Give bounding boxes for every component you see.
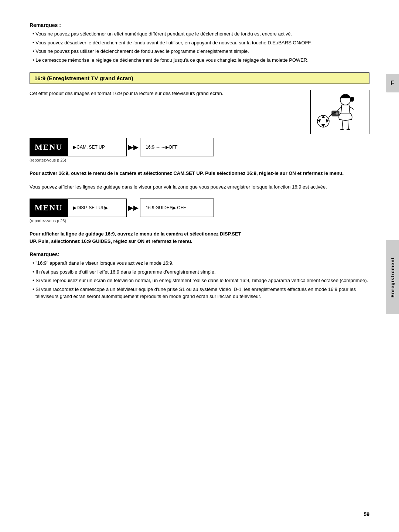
menu2-logo: MENU <box>30 199 68 217</box>
list-item: "16:9" apparaît dans le viseur lorsque v… <box>30 260 369 267</box>
remarques-bottom-title: Remarques: <box>30 251 369 257</box>
bold-para2: Pour afficher la ligne de guidage 16:9, … <box>30 230 369 246</box>
menu2-arrow: ▶▶ <box>127 199 140 217</box>
side-tab-enregistrement: Enregistrement <box>386 240 399 314</box>
bold-para2-line2: UP. Puis, sélectionnez 16:9 GUIDES, régl… <box>30 238 192 244</box>
menu2-section: MENU ▶DISP. SET UP▶ ▶▶ 16:9 GUIDES▶ OFF … <box>30 199 369 223</box>
menu1-step2: 16:9·········▶OFF <box>140 138 214 156</box>
bold-para2-line1: Pour afficher la ligne de guidage 16:9, … <box>30 231 241 237</box>
menu1-section: MENU ▶CAM. SET UP ▶▶ 16:9·········▶OFF (… <box>30 138 369 162</box>
illustration-box <box>310 90 369 134</box>
menu2-row: MENU ▶DISP. SET UP▶ ▶▶ 16:9 GUIDES▶ OFF <box>30 199 369 217</box>
list-item: Si vous reproduisez sur un écran de télé… <box>30 277 369 284</box>
list-item: Il n'est pas possible d'utiliser l'effet… <box>30 268 369 276</box>
remarques-bottom-list: "16:9" apparaît dans le viseur lorsque v… <box>30 260 369 300</box>
menu1-reportez: (reportez-vous p 26) <box>30 158 369 162</box>
list-item: Si vous raccordez le camescope à un télé… <box>30 286 369 300</box>
remarques-top-list: Vous ne pouvez pas sélectionner un effet… <box>30 30 369 64</box>
list-item: Vous ne pouvez pas utiliser le déclenche… <box>30 48 369 55</box>
bold-para1: Pour activer 16:9, ouvrez le menu de la … <box>30 170 369 177</box>
list-item: Vous ne pouvez pas sélectionner un effet… <box>30 30 369 38</box>
menu1-row: MENU ▶CAM. SET UP ▶▶ 16:9·········▶OFF <box>30 138 369 156</box>
illustration-svg <box>314 92 366 132</box>
side-tab-f: F <box>386 74 399 92</box>
remarques-top-title: Remarques : <box>30 22 369 28</box>
section-16-9-header: 16:9 (Enregistrement TV grand écran) <box>30 72 369 84</box>
svg-point-3 <box>336 113 338 115</box>
page-number: 59 <box>364 511 369 517</box>
normal-para1: Vous pouvez afficher les lignes de guida… <box>30 183 369 191</box>
remarques-bottom-section: Remarques: "16:9" apparaît dans le viseu… <box>30 251 369 300</box>
menu2-step1: ▶DISP. SET UP▶ <box>68 199 127 217</box>
remarques-top-section: Remarques : Vous ne pouvez pas sélection… <box>30 22 369 64</box>
list-item: Le camescope mémorise le réglage de décl… <box>30 57 369 64</box>
intro-block: Cet effet produit des images en format 1… <box>30 90 369 138</box>
menu1-step1: ▶CAM. SET UP <box>68 138 127 156</box>
menu2-reportez: (reportez-vous p 26) <box>30 218 369 223</box>
menu2-step2: 16:9 GUIDES▶ OFF <box>140 199 214 217</box>
menu1-arrow: ▶▶ <box>127 138 140 156</box>
list-item: Vous pouvez désactiver le déclenchement … <box>30 39 369 47</box>
menu1-logo: MENU <box>30 138 68 156</box>
